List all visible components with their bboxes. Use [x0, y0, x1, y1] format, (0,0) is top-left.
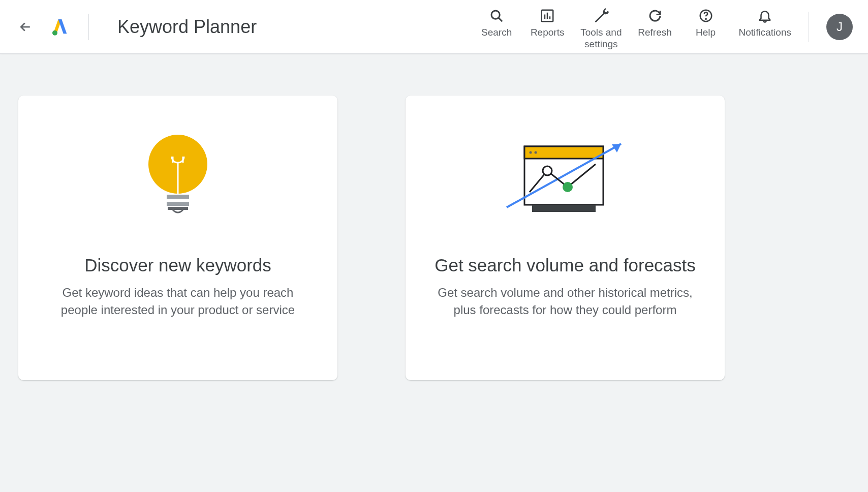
nav-reports[interactable]: Reports	[530, 4, 565, 39]
nav-tools-settings[interactable]: Tools and settings	[580, 4, 622, 50]
avatar-initial: J	[836, 20, 843, 34]
nav-label: Refresh	[638, 27, 672, 39]
help-icon	[698, 8, 714, 23]
nav-label: Reports	[531, 27, 565, 39]
nav-label: Help	[696, 27, 716, 39]
app-header: Keyword Planner Search Reports	[0, 0, 868, 54]
card-subtitle: Get search volume and other historical m…	[433, 284, 697, 318]
wrench-icon	[593, 8, 609, 24]
header-right: Search Reports Tools and settings	[479, 4, 853, 50]
card-title: Discover new keywords	[84, 253, 271, 277]
card-search-volume-forecasts[interactable]: Get search volume and forecasts Get sear…	[406, 96, 725, 380]
bell-icon	[757, 8, 772, 23]
svg-line-2	[499, 18, 502, 21]
header-divider-right	[809, 12, 809, 42]
back-button[interactable]	[15, 17, 36, 37]
ads-logo-icon	[50, 17, 70, 37]
chart-illustration	[499, 126, 631, 228]
svg-rect-13	[168, 207, 188, 210]
google-ads-logo[interactable]	[50, 17, 70, 37]
header-divider	[88, 14, 89, 40]
lightbulb-icon	[142, 131, 213, 223]
svg-rect-10	[167, 195, 189, 199]
svg-point-0	[52, 30, 57, 35]
svg-rect-11	[167, 200, 189, 202]
trend-chart-icon	[499, 131, 631, 223]
search-icon	[489, 8, 504, 23]
bar-chart-icon	[540, 8, 555, 23]
nav-label: Search	[481, 27, 512, 39]
header-left: Keyword Planner	[15, 14, 257, 40]
svg-point-20	[543, 166, 552, 175]
svg-rect-12	[167, 202, 189, 206]
card-subtitle: Get keyword ideas that can help you reac…	[46, 284, 310, 318]
svg-point-17	[535, 151, 537, 154]
nav-label: Tools and settings	[580, 27, 622, 50]
page-title: Keyword Planner	[117, 16, 257, 38]
nav-search[interactable]: Search	[479, 4, 514, 39]
account-avatar[interactable]: J	[826, 14, 853, 40]
nav-refresh[interactable]: Refresh	[637, 4, 673, 39]
card-title: Get search volume and forecasts	[435, 253, 696, 277]
nav-label: Notifications	[739, 27, 792, 39]
svg-rect-22	[532, 205, 596, 212]
lightbulb-illustration	[142, 126, 213, 228]
main-content: Discover new keywords Get keyword ideas …	[0, 54, 868, 380]
refresh-icon	[647, 8, 663, 23]
nav-notifications[interactable]: Notifications	[739, 4, 792, 39]
svg-point-8	[705, 18, 706, 19]
nav-help[interactable]: Help	[688, 4, 724, 39]
card-discover-keywords[interactable]: Discover new keywords Get keyword ideas …	[18, 96, 337, 380]
arrow-left-icon	[18, 19, 33, 35]
svg-point-21	[563, 182, 573, 192]
svg-point-1	[491, 11, 500, 19]
svg-point-16	[530, 151, 532, 154]
